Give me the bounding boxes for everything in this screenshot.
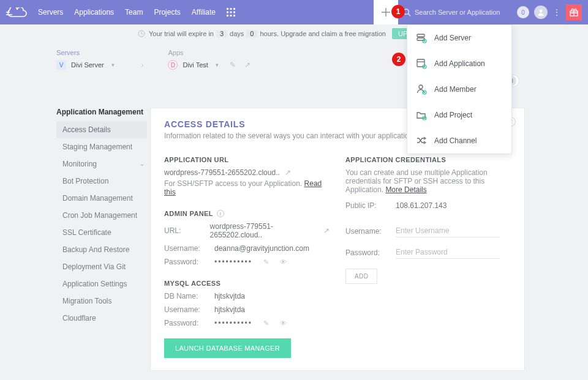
chevron-down-icon: ▾ — [216, 62, 219, 68]
notification-count[interactable]: 0 — [517, 6, 529, 18]
app-selector[interactable]: D Divi Test ▾ ✎ ↗ — [168, 60, 250, 70]
mysql-user-key: Username: — [164, 305, 208, 314]
launch-db-manager-button[interactable]: LAUNCH DATABASE MANAGER — [164, 338, 291, 358]
add-project-item[interactable]: Add Project — [407, 102, 511, 128]
cred-username-input[interactable] — [396, 225, 500, 237]
open-admin-icon[interactable]: ↗ — [323, 226, 330, 235]
annotation-1: 1 — [391, 5, 405, 18]
svg-rect-1 — [230, 8, 232, 10]
user-icon — [537, 9, 545, 16]
svg-point-10 — [540, 10, 543, 13]
more-menu-icon[interactable]: ⋮ — [552, 7, 561, 17]
sidebar-item-migration-tools[interactable]: Migration Tools — [56, 292, 147, 310]
add-server-label: Add Server — [434, 34, 471, 42]
edit-password-icon[interactable]: ✎ — [263, 258, 269, 266]
reveal-password-icon[interactable]: 👁 — [280, 258, 287, 266]
nav-servers[interactable]: Servers — [38, 8, 63, 17]
nav-affiliate[interactable]: Affiliate — [192, 8, 216, 17]
mysql-password: •••••••••• — [214, 319, 252, 327]
edit-app-icon[interactable]: ✎ — [230, 61, 236, 69]
mysql-pw-key: Password: — [164, 319, 208, 327]
shuffle-icon — [416, 135, 427, 146]
reveal-mysql-pw-icon[interactable]: 👁 — [280, 319, 287, 327]
more-details-link[interactable]: More Details — [385, 185, 426, 194]
svg-rect-7 — [230, 15, 232, 17]
admin-user-key: Username: — [164, 244, 208, 253]
cred-password-input[interactable] — [396, 246, 500, 259]
trial-suffix: Upgrade and claim a free migration — [281, 30, 386, 37]
svg-rect-2 — [233, 8, 235, 10]
sidebar-item-cron-job[interactable]: Cron Job Management — [56, 207, 147, 224]
svg-rect-14 — [417, 34, 424, 37]
sidebar-item-cloudflare[interactable]: Cloudflare — [56, 310, 147, 327]
info-icon[interactable]: i — [217, 210, 224, 217]
add-credentials-button[interactable]: ADD — [345, 269, 377, 284]
sidebar-item-domain-management[interactable]: Domain Management — [56, 190, 147, 207]
add-channel-label: Add Channel — [434, 136, 477, 145]
mysql-username: hjtskvjtda — [214, 305, 245, 314]
admin-url[interactable]: wordpress-779551-2655202.cloud.. — [210, 222, 314, 239]
trial-hours: 0 — [246, 30, 257, 37]
divi-icon: D — [168, 60, 178, 70]
workspace-breadcrumbs: Servers V Divi Server ▾ › Apps D Divi Te… — [56, 49, 251, 70]
nav-applications[interactable]: Applications — [74, 8, 114, 17]
apps-grid-icon[interactable] — [227, 8, 235, 17]
sidebar-item-ssl[interactable]: SSL Certificate — [56, 224, 147, 241]
add-application-item[interactable]: Add Application — [407, 51, 511, 76]
app-plus-icon — [416, 58, 427, 69]
server-selector[interactable]: V Divi Server ▾ — [56, 60, 117, 70]
nav-projects[interactable]: Projects — [154, 8, 180, 17]
sidebar-item-app-settings[interactable]: Application Settings — [56, 275, 147, 292]
sidebar-item-monitoring[interactable]: Monitoring⌄ — [56, 155, 147, 173]
credentials-label: APPLICATION CREDENTIALS — [345, 156, 511, 163]
gift-icon — [570, 8, 578, 17]
user-avatar[interactable] — [534, 6, 548, 19]
application-url[interactable]: wordpress-779551-2655202.cloud.. — [164, 168, 280, 177]
trial-days-unit: days — [230, 30, 244, 37]
sidebar-title: Application Management — [56, 108, 147, 116]
svg-rect-4 — [230, 12, 232, 13]
plus-icon — [381, 7, 391, 17]
add-member-label: Add Member — [434, 85, 477, 94]
ssh-hint-text: For SSH/SFTP access to your Application. — [164, 179, 302, 188]
sidebar-item-deployment-git[interactable]: Deployment Via Git — [56, 258, 147, 275]
add-project-label: Add Project — [434, 111, 472, 119]
add-application-label: Add Application — [434, 59, 485, 68]
open-app-icon[interactable]: ↗ — [244, 61, 251, 69]
application-url-label: APPLICATION URL — [164, 156, 330, 163]
user-plus-icon — [416, 84, 427, 95]
add-channel-item[interactable]: Add Channel — [407, 128, 511, 154]
server-plus-icon — [416, 32, 427, 43]
sidebar-item-backup-restore[interactable]: Backup And Restore — [56, 241, 147, 258]
sidebar-item-staging-management[interactable]: Staging Management — [56, 138, 147, 155]
svg-rect-0 — [227, 8, 228, 10]
svg-rect-6 — [227, 15, 228, 17]
add-member-item[interactable]: Add Member — [407, 76, 511, 102]
app-management-sidebar: Application Management Access Details St… — [56, 108, 147, 327]
brand-logo[interactable] — [6, 7, 27, 17]
sidebar-item-bot-protection[interactable]: Bot Protection — [56, 173, 147, 190]
global-search[interactable] — [403, 9, 513, 17]
open-url-icon[interactable]: ↗ — [285, 168, 291, 177]
admin-panel-label: ADMIN PANEL — [164, 210, 213, 217]
svg-rect-8 — [233, 15, 235, 17]
sidebar-item-access-details[interactable]: Access Details — [56, 121, 147, 138]
admin-url-key: URL: — [164, 226, 204, 235]
search-input[interactable] — [415, 9, 500, 16]
admin-pw-key: Password: — [164, 258, 208, 266]
public-ip: 108.61.207.143 — [396, 201, 447, 210]
clock-icon — [138, 30, 145, 37]
svg-rect-3 — [227, 12, 228, 13]
edit-mysql-pw-icon[interactable]: ✎ — [263, 319, 269, 327]
nav-team[interactable]: Team — [125, 8, 143, 17]
crumb-apps-label: Apps — [168, 49, 250, 56]
db-name: hjtskvjtda — [214, 292, 245, 300]
annotation-2: 2 — [392, 53, 405, 66]
admin-username: deanna@gravityjunction.com — [214, 244, 309, 253]
svg-rect-5 — [233, 12, 235, 13]
svg-point-19 — [419, 85, 423, 89]
access-right-column: APPLICATION CREDENTIALS You can create a… — [345, 156, 511, 358]
add-server-item[interactable]: Add Server — [407, 25, 511, 51]
gift-button[interactable] — [566, 4, 582, 20]
trial-prefix: Your trial will expire in — [149, 30, 214, 37]
